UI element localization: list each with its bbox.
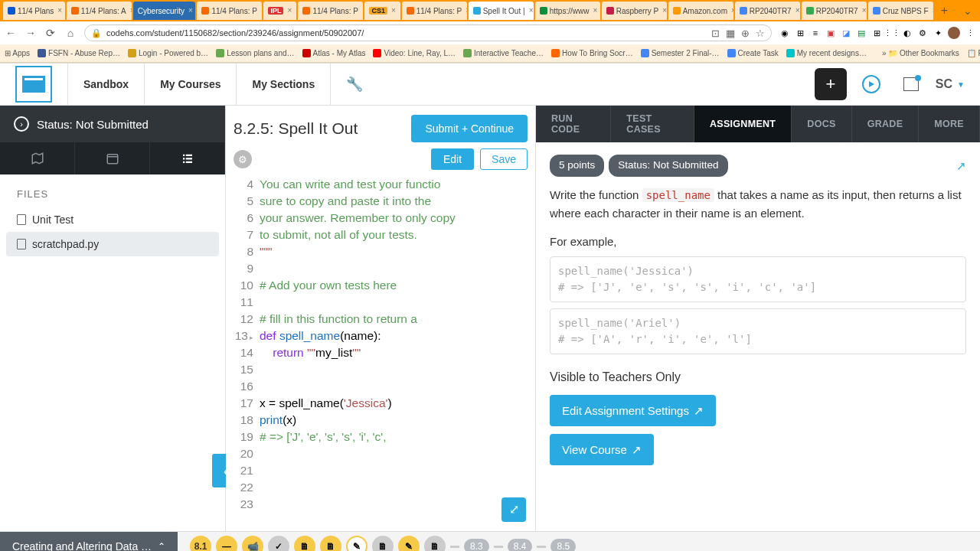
menu-icon[interactable]: ⋮ xyxy=(965,28,975,38)
step-dot[interactable]: ✎ xyxy=(398,536,420,551)
ext-icon[interactable]: ⋮⋮ xyxy=(887,28,897,38)
address-bar[interactable]: 🔒 codehs.com/student/1150682/section/239… xyxy=(84,24,772,41)
step-dot-current[interactable]: ✎ xyxy=(346,536,368,551)
browser-tab[interactable]: https://www× xyxy=(535,2,600,20)
qr-icon[interactable]: ▦ xyxy=(726,28,735,39)
expand-editor-icon[interactable]: ⤢ xyxy=(501,497,526,522)
bookmark-item[interactable]: FSFN - Abuse Rep… xyxy=(38,49,120,57)
browser-tab[interactable]: 11/4 Plans× xyxy=(3,2,65,20)
step-dot[interactable]: 🗎 xyxy=(294,536,315,551)
file-item[interactable]: scratchpad.py xyxy=(6,232,219,256)
browser-tab[interactable]: 11/4 Plans: P× xyxy=(298,2,363,20)
ext-icon[interactable]: ⊞ xyxy=(871,28,882,38)
bookmark-item[interactable]: Login - Powered b… xyxy=(128,49,208,57)
file-item[interactable]: Unit Test xyxy=(0,207,225,232)
window-controls[interactable]: ⌄ xyxy=(956,5,980,17)
right-tab-grade[interactable]: GRADE xyxy=(852,106,920,142)
view-course-button[interactable]: View Course ↗ xyxy=(550,434,654,465)
forward-button[interactable]: → xyxy=(24,27,37,39)
right-tab-assignment[interactable]: ASSIGNMENT xyxy=(694,106,792,142)
nav-my-sections[interactable]: My Sections xyxy=(236,64,330,105)
right-tab-run-code[interactable]: RUN CODE xyxy=(536,106,611,142)
bookmark-item[interactable]: How To Bring Socr… xyxy=(551,49,633,57)
problem-title: 8.2.5: Spell It Out xyxy=(234,119,405,138)
star-icon[interactable]: ☆ xyxy=(756,28,765,39)
bookmark-item[interactable]: Video: Line, Ray, L… xyxy=(373,49,456,57)
step-dot[interactable]: 🗎 xyxy=(320,536,341,551)
ext-icon[interactable]: ◉ xyxy=(779,28,790,38)
chevron-down-icon: ▼ xyxy=(957,80,965,89)
extensions-icon[interactable]: ✦ xyxy=(933,28,943,38)
browser-tab[interactable]: CS1× xyxy=(364,2,400,20)
apps-button[interactable]: ⊞ Apps xyxy=(5,49,30,57)
codehs-logo[interactable] xyxy=(15,66,52,103)
save-button[interactable]: Save xyxy=(480,148,528,170)
bookmark-item[interactable]: Interactive Teache… xyxy=(463,49,544,57)
nav-sandbox[interactable]: Sandbox xyxy=(67,64,144,105)
reading-list[interactable]: 📋 Reading List xyxy=(967,49,980,57)
browser-tab[interactable]: Amazon.com× xyxy=(668,2,733,20)
tools-icon[interactable]: 🔧 xyxy=(330,64,378,105)
example-label: For example, xyxy=(550,233,966,250)
settings-gear-icon[interactable]: ⚙ xyxy=(234,150,252,168)
right-tab-more[interactable]: MORE xyxy=(919,106,980,142)
calendar-view-tab[interactable] xyxy=(75,142,150,174)
step-dot[interactable]: 🗎 xyxy=(424,536,446,551)
map-view-tab[interactable] xyxy=(0,142,75,174)
browser-tab[interactable]: Spell It Out |× xyxy=(469,2,534,20)
ext-icon[interactable]: ⊞ xyxy=(795,28,805,38)
extension-icons: ◉ ⊞ ≡ ▣ ◪ ▤ ⊞ ⋮⋮ ◐ ⚙ ✦ ⋮ xyxy=(779,27,975,39)
ext-icon[interactable]: ▤ xyxy=(856,28,867,38)
bookmark-item[interactable]: Semester 2 Final-… xyxy=(641,49,720,57)
profile-avatar[interactable] xyxy=(948,27,960,39)
browser-tab[interactable]: IPL× xyxy=(263,2,296,20)
lesson-breadcrumb[interactable]: Creating and Altering Data … ⌃ xyxy=(0,532,178,551)
browser-tab[interactable]: RP2040TR7× xyxy=(802,2,867,20)
right-tab-docs[interactable]: DOCS xyxy=(792,106,851,142)
new-tab-button[interactable]: + xyxy=(935,4,954,18)
ext-icon[interactable]: ◪ xyxy=(841,28,851,38)
run-icon[interactable] xyxy=(856,69,887,99)
step-dot[interactable]: ✓ xyxy=(268,536,289,551)
install-icon[interactable]: ⊡ xyxy=(711,28,720,39)
ext-icon[interactable]: ⚙ xyxy=(917,28,928,38)
browser-tab[interactable]: Cruz NBPS F× xyxy=(868,2,933,20)
home-button[interactable]: ⌂ xyxy=(64,27,77,39)
reload-button[interactable]: ⟳ xyxy=(44,27,57,39)
ext-icon[interactable]: ◐ xyxy=(902,28,913,38)
list-view-tab[interactable] xyxy=(150,142,225,174)
browser-tab[interactable]: RP2040TR7× xyxy=(735,2,800,20)
svg-rect-3 xyxy=(183,158,185,159)
bookmark-item[interactable]: My recent designs… xyxy=(786,49,867,57)
step-dot[interactable]: 8.1 xyxy=(190,536,211,551)
browser-tab[interactable]: Cybersecurity× xyxy=(133,2,196,20)
step-tag[interactable]: 8.5 xyxy=(550,539,576,551)
browser-tab[interactable]: 11/4 Plans: P× xyxy=(402,2,467,20)
step-dot[interactable]: — xyxy=(216,536,237,551)
browser-tab[interactable]: 11/4 Plans: A× xyxy=(67,2,132,20)
ext-icon[interactable]: ≡ xyxy=(810,28,821,38)
create-button[interactable]: + xyxy=(815,68,847,100)
right-tab-test-cases[interactable]: TEST CASES xyxy=(611,106,694,142)
zoom-icon[interactable]: ⊕ xyxy=(741,28,750,39)
other-bookmarks[interactable]: » 📁 Other Bookmarks xyxy=(882,49,959,57)
bookmark-item[interactable]: Lesson plans and… xyxy=(216,49,294,57)
step-tag[interactable]: 8.3 xyxy=(464,539,489,551)
bookmark-item[interactable]: Atlas - My Atlas xyxy=(302,49,366,57)
edit-assignment-settings-button[interactable]: Edit Assignment Settings ↗ xyxy=(550,395,716,426)
popout-icon[interactable]: ↗ xyxy=(956,157,966,174)
nav-my-courses[interactable]: My Courses xyxy=(144,64,236,105)
ext-icon[interactable]: ▣ xyxy=(825,28,836,38)
step-tag[interactable]: 8.4 xyxy=(508,539,533,551)
back-button[interactable]: ← xyxy=(5,27,17,39)
submit-button[interactable]: Submit + Continue xyxy=(411,115,528,142)
step-dot[interactable]: 🗎 xyxy=(372,536,394,551)
browser-tab[interactable]: Raspberry P× xyxy=(602,2,667,20)
code-editor[interactable]: 4567891011121314151617181920212223 You c… xyxy=(226,176,535,531)
step-dot[interactable]: 📹 xyxy=(242,536,263,551)
user-menu[interactable]: SC ▼ xyxy=(936,77,965,91)
bookmark-item[interactable]: Create Task xyxy=(727,49,779,57)
edit-button[interactable]: Edit xyxy=(431,148,474,170)
video-icon[interactable] xyxy=(896,69,926,99)
browser-tab[interactable]: 11/4 Plans: P× xyxy=(197,2,262,20)
